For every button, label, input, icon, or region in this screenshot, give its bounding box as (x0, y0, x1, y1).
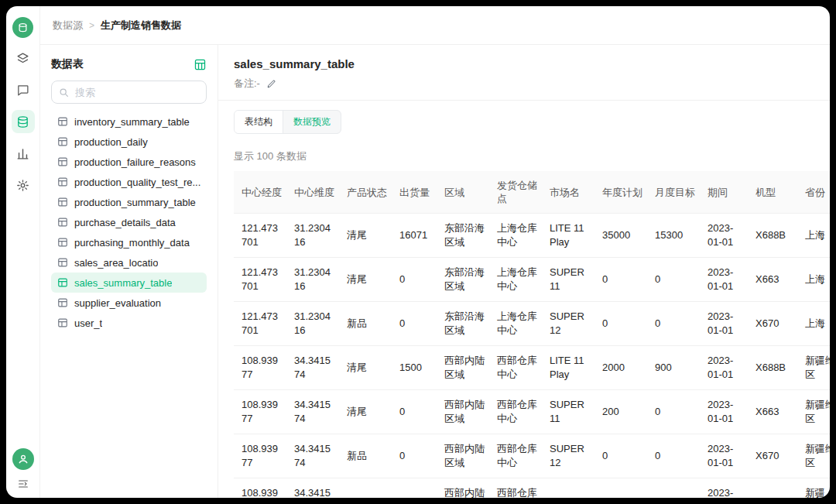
table-cell: 121.473701 (234, 214, 286, 258)
layers-icon[interactable] (12, 46, 35, 70)
table-cell (594, 478, 647, 499)
table-row: 108.9397734.341574清尾0西部内陆区域西部仓库中心SUPER 1… (234, 390, 830, 434)
search-icon (59, 87, 69, 98)
table-cell: X688B (748, 214, 797, 258)
table-icon (57, 237, 68, 248)
table-cell: 0 (392, 258, 437, 302)
column-header: 机型 (748, 171, 797, 214)
table-cell: SUPER 11 (542, 258, 594, 302)
table-cell: 0 (647, 390, 700, 434)
sidebar-item-purchase_details_data[interactable]: purchase_details_data (51, 212, 207, 232)
table-cell: 东部沿海区域 (437, 258, 489, 302)
table-cell: 上海 (797, 258, 830, 302)
sidebar-item-label: production_daily (74, 136, 148, 148)
sidebar-item-label: sales_area_locatio (74, 257, 158, 269)
sidebar-item-supplier_evaluation[interactable]: supplier_evaluation (51, 293, 207, 313)
table-cell: 清尾 (339, 214, 392, 258)
table-cell: 2023-01-01 (700, 302, 748, 346)
table-cell: 2023-01-01 (700, 434, 748, 478)
column-header: 年度计划 (594, 171, 647, 214)
sidebar-item-label: inventory_summary_table (74, 116, 190, 128)
table-cell: 108.93977 (234, 346, 286, 390)
sidebar-item-inventory_summary_table[interactable]: inventory_summary_table (51, 111, 207, 132)
breadcrumb-root[interactable]: 数据源 (53, 19, 83, 33)
table-cell: 东部沿海区域 (437, 302, 489, 346)
table-cell: 清尾 (339, 346, 392, 390)
sidebar-item-label: supplier_evaluation (74, 297, 161, 309)
table-cell: 新疆 (797, 478, 830, 499)
note-label: 备注:- (234, 77, 260, 91)
table-cell: 108.93977 (234, 390, 286, 434)
column-header: 市场名 (542, 171, 594, 214)
table-cell: 上海仓库中心 (489, 302, 542, 346)
table-icon (57, 116, 68, 127)
table-cell: 清尾 (339, 390, 392, 434)
table-cell: 34.341574 (286, 434, 339, 478)
collapse-sidebar-icon[interactable] (17, 478, 29, 490)
column-header: 中心维度 (286, 171, 339, 214)
table-cell: 0 (594, 258, 647, 302)
table-cell: 108.939 (234, 478, 286, 499)
table-cell: SUPER 12 (542, 302, 594, 346)
table-cell: 上海 (797, 302, 830, 346)
sidebar-item-user_t[interactable]: user_t (51, 313, 207, 333)
sidebar-item-sales_summary_table[interactable]: sales_summary_table (51, 273, 207, 293)
table-cell: 2000 (594, 346, 647, 390)
tab-table-structure[interactable]: 表结构 (235, 111, 283, 133)
sidebar-item-production_quality_test_re...[interactable]: production_quality_test_re... (51, 172, 207, 192)
table-cell: 0 (647, 434, 700, 478)
table-cell: 121.473701 (234, 302, 286, 346)
table-icon (57, 197, 68, 207)
table-cell: 0 (392, 434, 437, 478)
table-cell: 2023-01-01 (700, 258, 748, 302)
edit-pencil-icon[interactable] (266, 79, 276, 89)
sidebar-item-purchasing_monthly_data[interactable]: purchasing_monthly_data (51, 232, 207, 252)
row-count-text: 显示 100 条数据 (234, 149, 830, 163)
sidebar-item-production_summary_table[interactable]: production_summary_table (51, 192, 207, 212)
tab-data-preview[interactable]: 数据预览 (283, 111, 341, 133)
breadcrumb-current: 生产制造销售数据 (101, 19, 181, 33)
table-icon (57, 317, 68, 328)
table-cell: 西部内陆区域 (437, 390, 489, 434)
main-header: sales_summary_table 备注:- (218, 45, 830, 101)
sidebar-item-production_failure_reasons[interactable]: production_failure_reasons (51, 152, 207, 172)
table-cell: 0 (594, 302, 647, 346)
table-cell: 新品 (339, 302, 392, 346)
table-cell: 2023-01-01 (700, 390, 748, 434)
search-input[interactable] (74, 86, 199, 99)
table-cell: 西部内陆区域 (437, 434, 489, 478)
rail-bottom (12, 448, 34, 490)
app-logo-icon[interactable] (12, 17, 33, 38)
table-cell: 34.341574 (286, 346, 339, 390)
table-grid-icon[interactable] (194, 58, 207, 71)
table-cell: SUPER 11 (542, 390, 594, 434)
table-cell: X663 (748, 258, 797, 302)
sidebar-item-label: sales_summary_table (74, 277, 172, 289)
table-cell: 200 (594, 390, 647, 434)
table-cell: 0 (392, 302, 437, 346)
table-cell: 900 (647, 346, 700, 390)
table-header-row: 中心经度中心维度产品状态出货量区域发货仓储点市场名年度计划月度目标期间机型省份 (234, 171, 830, 214)
search-box (51, 81, 207, 104)
sidebar-item-label: production_quality_test_re... (74, 177, 200, 188)
table-cell: 2023-01-01 (700, 346, 748, 390)
table-cell: LITE 11 Play (542, 346, 594, 390)
icon-rail (6, 6, 40, 498)
avatar[interactable] (12, 448, 34, 470)
table-cell: 31.230416 (286, 258, 339, 302)
data-table-scroll-area[interactable]: 中心经度中心维度产品状态出货量区域发货仓储点市场名年度计划月度目标期间机型省份 … (234, 171, 830, 498)
app-window: 数据源 > 生产制造销售数据 数据表 (6, 6, 830, 498)
sidebar-item-sales_area_locatio[interactable]: sales_area_locatio (51, 252, 207, 273)
table-cell: 0 (392, 390, 437, 434)
sidebar-item-production_daily[interactable]: production_daily (51, 132, 207, 152)
table-cell: 0 (594, 434, 647, 478)
column-header: 月度目标 (647, 171, 700, 214)
table-cell: LITE 11 Play (542, 214, 594, 258)
chart-icon[interactable] (12, 142, 35, 165)
database-icon[interactable] (12, 110, 35, 133)
sidebar-item-label: production_summary_table (74, 197, 196, 208)
settings-icon[interactable] (12, 173, 35, 197)
table-cell (748, 478, 797, 499)
table-cell: 2023- (700, 478, 748, 499)
chat-icon[interactable] (12, 78, 35, 101)
